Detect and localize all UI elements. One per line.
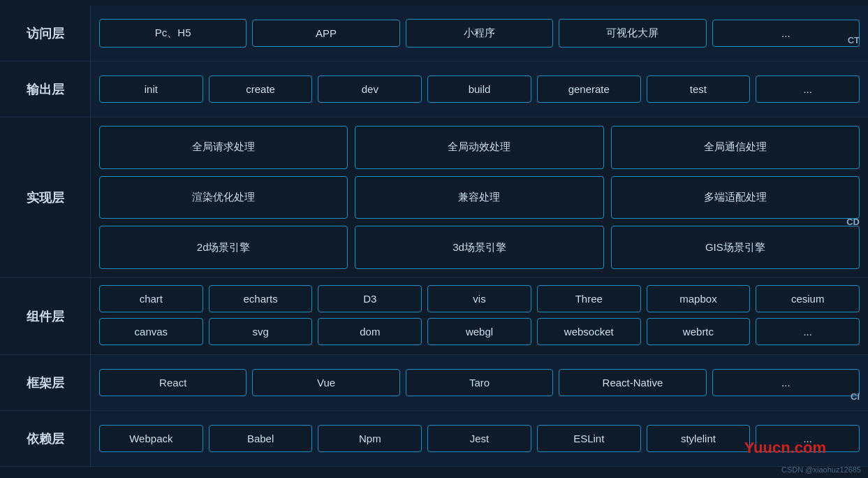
- main-container: 访问层 Pc、H5 APP 小程序 可视化大屏 ... 输出层 init cre…: [0, 0, 868, 472]
- access-layer-row: 访问层 Pc、H5 APP 小程序 可视化大屏 ...: [0, 6, 868, 61]
- access-layer-content: Pc、H5 APP 小程序 可视化大屏 ...: [91, 6, 868, 61]
- tag-fw-more[interactable]: ...: [712, 369, 860, 396]
- ct-label: CT: [848, 35, 860, 45]
- tag-webgl[interactable]: webgl: [427, 318, 531, 345]
- ci-label: CI: [851, 391, 860, 402]
- framework-layer-content: React Vue Taro React-Native ...: [91, 355, 868, 410]
- tag-test[interactable]: test: [647, 75, 751, 103]
- component-row1: chart echarts D3 vis Three mapbox cesium: [99, 285, 860, 312]
- tag-babel[interactable]: Babel: [209, 425, 313, 452]
- tag-dev[interactable]: dev: [318, 75, 422, 103]
- cd-label: CD: [846, 217, 860, 227]
- tag-global-request[interactable]: 全局请求处理: [99, 126, 348, 169]
- tag-d3[interactable]: D3: [318, 285, 422, 312]
- tag-three[interactable]: Three: [537, 285, 641, 312]
- depend-layer-row: 依赖层 Webpack Babel Npm Jest ESLint stylel…: [0, 411, 868, 467]
- tag-output-more[interactable]: ...: [756, 75, 860, 103]
- implement-layer-content: 全局请求处理 全局动效处理 全局通信处理 渲染优化处理 兼容处理 多端适配处理 …: [91, 117, 868, 277]
- tag-webrtc[interactable]: webrtc: [647, 318, 751, 345]
- tag-echarts[interactable]: echarts: [209, 285, 313, 312]
- tag-npm[interactable]: Npm: [318, 425, 422, 452]
- tag-svg[interactable]: svg: [209, 318, 313, 345]
- tag-react-native[interactable]: React-Native: [559, 369, 706, 396]
- tag-build[interactable]: build: [427, 75, 531, 103]
- tag-vis[interactable]: vis: [427, 285, 531, 312]
- tag-multi-adapt[interactable]: 多端适配处理: [611, 176, 860, 219]
- output-layer-label: 输出层: [0, 61, 91, 117]
- tag-gis-engine[interactable]: GIS场景引擎: [611, 226, 860, 269]
- watermark-csdn: CSDN @xiaohuz12685: [781, 465, 861, 474]
- component-layer-content: chart echarts D3 vis Three mapbox cesium…: [91, 278, 868, 354]
- output-layer-row: 输出层 init create dev build generate test …: [0, 61, 868, 117]
- tag-init[interactable]: init: [99, 75, 203, 103]
- tag-2d-engine[interactable]: 2d场景引擎: [99, 226, 348, 269]
- access-layer-label: 访问层: [0, 6, 91, 61]
- tag-mapbox[interactable]: mapbox: [647, 285, 751, 312]
- tag-miniprogram[interactable]: 小程序: [406, 19, 553, 48]
- implement-layer-label: 实现层: [0, 117, 91, 277]
- tag-comp-more[interactable]: ...: [756, 318, 860, 345]
- tag-pc-h5[interactable]: Pc、H5: [99, 19, 247, 48]
- tag-global-animation[interactable]: 全局动效处理: [355, 126, 603, 169]
- component-layer-row: 组件层 chart echarts D3 vis Three mapbox ce…: [0, 278, 868, 355]
- output-layer-content: init create dev build generate test ...: [91, 61, 868, 117]
- tag-app[interactable]: APP: [252, 20, 399, 47]
- tag-global-comm[interactable]: 全局通信处理: [611, 126, 860, 169]
- tag-chart[interactable]: chart: [99, 285, 203, 312]
- tag-cesium[interactable]: cesium: [756, 285, 860, 312]
- depend-layer-label: 依赖层: [0, 411, 91, 466]
- tag-render-opt[interactable]: 渲染优化处理: [99, 176, 348, 219]
- tag-visualization[interactable]: 可视化大屏: [559, 19, 706, 48]
- tag-websocket[interactable]: websocket: [537, 318, 641, 345]
- tag-webpack[interactable]: Webpack: [99, 425, 203, 452]
- tag-eslint[interactable]: ESLint: [537, 425, 641, 452]
- tag-create[interactable]: create: [209, 75, 313, 103]
- tag-canvas[interactable]: canvas: [99, 318, 203, 345]
- component-layer-label: 组件层: [0, 278, 91, 354]
- tag-3d-engine[interactable]: 3d场景引擎: [355, 226, 603, 269]
- framework-layer-row: 框架层 React Vue Taro React-Native ...: [0, 355, 868, 411]
- framework-layer-label: 框架层: [0, 355, 91, 410]
- watermark-brand: Yuucn.com: [744, 439, 826, 457]
- component-row2: canvas svg dom webgl websocket webrtc ..…: [99, 318, 860, 345]
- tag-react[interactable]: React: [99, 369, 247, 396]
- implement-layer-row: 实现层 全局请求处理 全局动效处理 全局通信处理 渲染优化处理 兼容处理 多端适…: [0, 117, 868, 278]
- tag-jest[interactable]: Jest: [427, 425, 531, 452]
- tag-compat[interactable]: 兼容处理: [355, 176, 603, 219]
- tag-stylelint[interactable]: stylelint: [647, 425, 751, 452]
- tag-dom[interactable]: dom: [318, 318, 422, 345]
- tag-vue[interactable]: Vue: [252, 369, 399, 396]
- tag-generate[interactable]: generate: [537, 75, 641, 103]
- tag-taro[interactable]: Taro: [406, 369, 553, 396]
- tag-access-more[interactable]: ...: [712, 20, 860, 47]
